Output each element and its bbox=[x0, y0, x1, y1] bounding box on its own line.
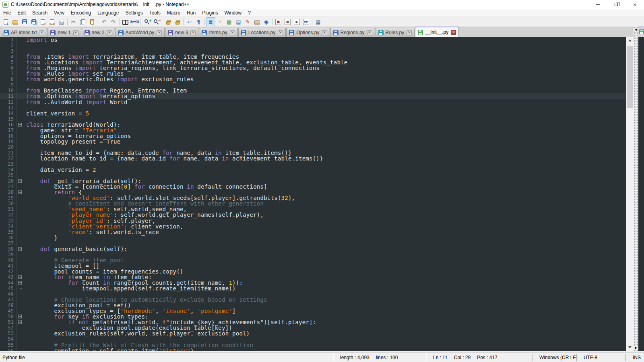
line-number[interactable]: 22 bbox=[0, 156, 15, 161]
line-number[interactable]: 24 bbox=[0, 167, 15, 173]
tab-close-icon[interactable]: ✕ bbox=[367, 30, 372, 35]
tab-ap-ideas-txt[interactable]: AP Ideas.txt✕ bbox=[1, 28, 47, 37]
line-number[interactable]: 40 bbox=[0, 257, 15, 263]
redo-button[interactable]: ↷ bbox=[109, 17, 118, 26]
code-line[interactable]: 42 pool_counts = item_frequencies.copy() bbox=[0, 269, 626, 274]
tab-items-py[interactable]: Items.py✕ bbox=[199, 28, 237, 37]
code-line[interactable]: 26 def _get_terraria_data(self): bbox=[0, 178, 626, 184]
tab-close-icon[interactable]: ✕ bbox=[407, 30, 412, 35]
open-file-button[interactable] bbox=[10, 17, 20, 26]
vertical-scrollbar[interactable] bbox=[626, 37, 634, 351]
document-list-button[interactable]: ▤ bbox=[234, 17, 243, 26]
show-all-characters-button[interactable]: ¶ bbox=[194, 17, 203, 26]
code-line[interactable]: 39 bbox=[0, 252, 626, 257]
line-number[interactable]: 10 bbox=[0, 88, 15, 93]
code-line[interactable]: 12from ..AutoWorld import World bbox=[0, 99, 626, 105]
line-number[interactable]: 36 bbox=[0, 235, 15, 241]
secondary-view[interactable] bbox=[638, 27, 644, 351]
code-line[interactable]: 50 for key in exclusion_types: bbox=[0, 314, 626, 319]
replace-button[interactable]: a↔b bbox=[130, 17, 139, 26]
fold-collapse-icon[interactable] bbox=[18, 123, 22, 126]
code-line[interactable]: 51 if not getattr(self.world, f"include_… bbox=[0, 319, 626, 325]
line-number[interactable]: 9 bbox=[0, 82, 15, 88]
line-number[interactable]: 21 bbox=[0, 150, 15, 156]
run-macro-multiple-button[interactable]: ▶▶ bbox=[301, 17, 311, 26]
zoom-out-button[interactable]: − bbox=[151, 17, 161, 26]
code-line[interactable]: 17 game: str = "Terraria" bbox=[0, 128, 626, 133]
line-number[interactable]: 42 bbox=[0, 269, 15, 274]
line-number[interactable]: 44 bbox=[0, 280, 15, 286]
code-line[interactable]: 13 bbox=[0, 105, 626, 111]
scroll-down-button[interactable] bbox=[626, 344, 634, 351]
fold-collapse-icon[interactable] bbox=[18, 281, 22, 285]
code-line[interactable]: 19 topology_present = True bbox=[0, 139, 626, 144]
line-number[interactable]: 56 bbox=[0, 348, 15, 351]
line-number[interactable]: 19 bbox=[0, 139, 15, 144]
splitter-collapse-left-icon[interactable]: ◀ bbox=[634, 28, 638, 31]
code-line[interactable]: 28 return { bbox=[0, 189, 626, 195]
line-number[interactable]: 14 bbox=[0, 111, 15, 116]
code-line[interactable]: 4from .Items import TerrariaItem, item_t… bbox=[0, 54, 626, 60]
folder-as-workspace-button[interactable] bbox=[252, 17, 262, 26]
playback-macro-button[interactable]: ▶ bbox=[292, 17, 301, 26]
line-number[interactable]: 4 bbox=[0, 54, 15, 60]
code-line[interactable]: 52 exclusion_pool.update(exclusion_table… bbox=[0, 325, 626, 331]
fold-collapse-icon[interactable] bbox=[18, 247, 22, 251]
fold-collapse-icon[interactable] bbox=[18, 321, 22, 324]
line-number[interactable]: 15 bbox=[0, 116, 15, 122]
code-line[interactable]: 29 'world_seed': self.world.slot_seeds[s… bbox=[0, 195, 626, 201]
code-line[interactable]: 48 exclusion_pool = set() bbox=[0, 302, 626, 308]
view-splitter[interactable]: ◀ ▶ bbox=[634, 27, 638, 351]
secondary-view-tab[interactable] bbox=[638, 27, 644, 37]
code-line[interactable]: 56 completion = self.create_item("Victor… bbox=[0, 348, 626, 351]
tab-new-3[interactable]: new 3✕ bbox=[165, 28, 198, 37]
fold-collapse-icon[interactable] bbox=[18, 275, 22, 279]
tab-rules-py[interactable]: Rules.py✕ bbox=[376, 28, 415, 37]
code-line[interactable]: 20 bbox=[0, 144, 626, 150]
menu-item-help[interactable]: ? bbox=[245, 9, 254, 16]
line-number[interactable]: 26 bbox=[0, 178, 15, 184]
code-line[interactable]: 38 def generate_basic(self): bbox=[0, 246, 626, 252]
code-line[interactable]: 30 # consistent and doesn't interfere wi… bbox=[0, 201, 626, 206]
code-line[interactable]: 25 bbox=[0, 173, 626, 178]
menu-item-search[interactable]: Search bbox=[29, 9, 51, 16]
fold-collapse-icon[interactable] bbox=[18, 179, 22, 183]
fold-collapse-icon[interactable] bbox=[18, 191, 22, 194]
code-line[interactable]: 5from .Locations import TerrariaAchievem… bbox=[0, 60, 626, 65]
save-button[interactable] bbox=[20, 17, 29, 26]
tab-close-icon[interactable]: ✕ bbox=[190, 30, 196, 35]
line-number[interactable]: 6 bbox=[0, 65, 15, 71]
menu-item-view[interactable]: View bbox=[51, 9, 68, 16]
code-line[interactable]: 44 for count in range(pool_counts.get(it… bbox=[0, 280, 626, 286]
line-number[interactable]: 13 bbox=[0, 105, 15, 111]
code-line[interactable]: 46 bbox=[0, 291, 626, 297]
tab-close-icon[interactable]: ✕ bbox=[73, 30, 78, 35]
code-line[interactable]: 41 itempool = [] bbox=[0, 263, 626, 269]
code-line[interactable]: 18 options = terraria_options bbox=[0, 133, 626, 139]
menu-item-settings[interactable]: Settings bbox=[122, 9, 146, 16]
line-number[interactable]: 16 bbox=[0, 122, 15, 128]
line-number[interactable]: 48 bbox=[0, 302, 15, 308]
line-number[interactable]: 46 bbox=[0, 291, 15, 297]
print-button[interactable] bbox=[57, 17, 66, 26]
tab-options-py[interactable]: Options.py✕ bbox=[286, 28, 330, 37]
close-all-button[interactable]: ×× bbox=[47, 17, 57, 26]
scrollbar-thumb[interactable] bbox=[627, 46, 633, 108]
line-number[interactable]: 41 bbox=[0, 263, 15, 269]
code-line[interactable]: 14client_version = 5 bbox=[0, 111, 626, 116]
line-number[interactable]: 12 bbox=[0, 99, 15, 105]
code-line[interactable]: 24 data_version = 2 bbox=[0, 167, 626, 173]
line-number[interactable]: 49 bbox=[0, 308, 15, 314]
line-number[interactable]: 17 bbox=[0, 128, 15, 133]
tab-new-2[interactable]: new 2✕ bbox=[82, 28, 115, 37]
menu-item-plugins[interactable]: Plugins bbox=[199, 9, 221, 16]
code-line[interactable]: 1import os bbox=[0, 37, 626, 43]
line-number[interactable]: 43 bbox=[0, 274, 15, 280]
line-number[interactable]: 3 bbox=[0, 48, 15, 54]
code-line[interactable]: 47 # Choose locations to automatically e… bbox=[0, 297, 626, 302]
tab-close-icon[interactable]: ✕ bbox=[39, 30, 44, 35]
save-macro-button[interactable]: ▦ bbox=[314, 17, 323, 26]
code-line[interactable]: 49 exclusion_types = ['hardmode', 'insan… bbox=[0, 308, 626, 314]
indent-guide-button[interactable]: ≣ bbox=[206, 17, 215, 26]
code-line[interactable]: 40 # Generate item pool bbox=[0, 257, 626, 263]
